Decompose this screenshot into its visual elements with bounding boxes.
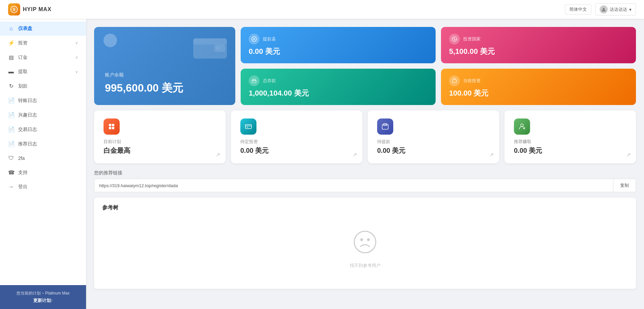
withdraw-stat-title: 提款县 [263,36,276,42]
stat-card-withdraw: 提款县 0.00 美元 [241,27,436,63]
withdraw-stat-amount: 0.00 美元 [249,46,428,57]
home-icon: ⌂ [8,26,14,32]
referral-url-input[interactable] [94,179,613,192]
svg-rect-12 [452,79,456,82]
balance-label: 账户余额 [105,72,225,78]
pending-withdraw-value: 0.00 美元 [377,146,490,155]
referral-earn-icon [514,118,530,135]
stat-cards-col: 提款县 0.00 美元 投资国家 5,100.00 美元 [241,27,636,105]
sidebar-item-logout[interactable]: → 登出 [0,180,86,194]
balance-amount: 995,600.00 美元 [105,81,225,96]
user-menu-button[interactable]: 达达达达 ▾ [595,3,636,15]
empty-state-icon [353,230,377,259]
decoration-circle [104,34,117,47]
sidebar: ⌂ 仪表盘 ⚡ 投资 ∨ ▤ 订金 ∨ ▬ [0,19,86,309]
sidebar-label-reflog: 推荐日志 [18,141,37,147]
sidebar-item-transfer[interactable]: ↻ 划款 [0,79,86,93]
doc-icon: 📄 [8,141,14,147]
ref-tree-title: 参考树 [102,204,628,211]
arrow-icon: ↗ [216,151,220,158]
sidebar-item-deposit[interactable]: ▤ 订金 ∨ [0,50,86,65]
svg-rect-4 [193,38,227,44]
stat-cards-row2: 总存款 1,000,104.00 美元 当前投资 100.00 美元 [241,69,636,105]
info-card-pending-invest: 待定投资 0.00 美元 ↗ [231,110,362,163]
stat-card-total-deposit: 总存款 1,000,104.00 美元 [241,69,436,105]
empty-state-text: 找不到参考用户 [350,263,380,269]
svg-rect-14 [112,124,114,126]
pending-withdraw-label: 待提款 [377,139,490,145]
pending-withdraw-icon [377,118,393,135]
sidebar-item-withdraw[interactable]: ▬ 提取 ∨ [0,65,86,79]
current-plan-icon [104,118,120,135]
logo: S HYIP MAX [8,3,51,15]
sidebar-label-intlog: 兴趣日志 [18,112,37,118]
stat-card-current-invest: 当前投资 100.00 美元 [441,69,636,105]
svg-point-6 [216,46,219,50]
total-deposit-stat-title: 总存款 [263,78,276,84]
sidebar-item-intlog[interactable]: 📄 兴趣日志 [0,108,86,122]
referral-earn-value: 0.00 美元 [514,146,627,155]
invest-country-stat-icon [449,34,460,44]
header: S HYIP MAX 简体中文 达达达达 ▾ [0,0,644,19]
stat-card-invest-country: 投资国家 5,100.00 美元 [441,27,636,63]
sidebar-label-withdraw: 提取 [18,69,28,75]
balance-card: 账户余额 995,600.00 美元 [94,27,235,105]
upgrade-plan-link[interactable]: 更新计划↑ [8,298,78,304]
pending-invest-label: 待定投资 [240,139,353,145]
username-label: 达达达达 [610,6,627,12]
arrow-icon: ↗ [626,151,631,158]
sidebar-footer: 您当前的计划 ~ Platinum Max 更新计划↑ [0,285,86,309]
stat-cards-row1: 提款县 0.00 美元 投资国家 5,100.00 美元 [241,27,636,63]
invest-country-stat-amount: 5,100.00 美元 [449,46,628,57]
sidebar-label-transfer: 划款 [18,83,28,89]
chevron-down-icon: ▾ [629,7,632,12]
current-plan-label: 您当前的计划 ~ Platinum Max [8,290,78,296]
transfer-icon: ↻ [8,83,14,89]
current-invest-stat-icon [449,75,460,86]
sidebar-label-invest: 投资 [18,40,28,46]
sidebar-item-support[interactable]: ☎ 支持 [0,165,86,180]
svg-rect-16 [112,127,114,129]
pending-invest-icon [240,118,256,135]
doc-icon: 📄 [8,97,14,104]
sidebar-item-tradelog[interactable]: 📄 交易日志 [0,122,86,137]
language-button[interactable]: 简体中文 [565,4,591,14]
sidebar-item-invest[interactable]: ⚡ 投资 ∨ [0,36,86,50]
logo-text: HYIP MAX [23,6,51,12]
logout-icon: → [8,184,14,190]
cards-row1: 账户余额 995,600.00 美元 提款县 0.00 美元 [94,27,636,105]
sidebar-item-txlog[interactable]: 📄 转账日志 [0,93,86,108]
svg-rect-15 [109,127,111,129]
info-card-current-plan: 目前计划 白金最高 ↗ [94,110,226,163]
sidebar-label-logout: 登出 [18,184,28,190]
main-content: 账户余额 995,600.00 美元 提款县 0.00 美元 [86,19,644,309]
deposit-icon: ▤ [8,54,14,61]
sidebar-item-2fa[interactable]: 🛡 2fa [0,151,86,165]
sidebar-label-tradelog: 交易日志 [18,127,37,133]
arrow-icon: ↗ [353,151,357,158]
sidebar-item-dashboard[interactable]: ⌂ 仪表盘 [0,22,86,36]
chevron-down-icon: ∨ [75,70,78,74]
arrow-icon: ↗ [489,151,494,158]
layout: ⌂ 仪表盘 ⚡ 投资 ∨ ▤ 订金 ∨ ▬ [0,19,644,309]
card-icon: ▬ [8,69,14,75]
current-plan-label: 目前计划 [104,139,216,145]
svg-point-23 [354,231,376,253]
shield-icon: 🛡 [8,155,14,161]
chevron-down-icon: ∨ [75,55,78,60]
user-avatar [600,5,608,13]
logo-icon: S [8,3,20,15]
cards-row2: 目前计划 白金最高 ↗ 待定投资 0.00 美元 ↗ 待提款 0.00 美元 ↗ [94,110,636,163]
svg-rect-13 [109,124,111,126]
sidebar-label-deposit: 订金 [18,55,28,61]
referral-label: 您的推荐链接 [94,170,636,176]
reference-tree-section: 参考树 找不到参考用户 [94,198,636,289]
svg-point-24 [360,238,363,241]
referral-input-row: 复制 [94,179,636,192]
header-right: 简体中文 达达达达 ▾ [565,3,636,15]
referral-section: 您的推荐链接 复制 [94,170,636,192]
copy-button[interactable]: 复制 [613,179,636,192]
sidebar-label-support: 支持 [18,170,28,176]
svg-text:S: S [13,7,15,11]
sidebar-item-reflog[interactable]: 📄 推荐日志 [0,137,86,151]
